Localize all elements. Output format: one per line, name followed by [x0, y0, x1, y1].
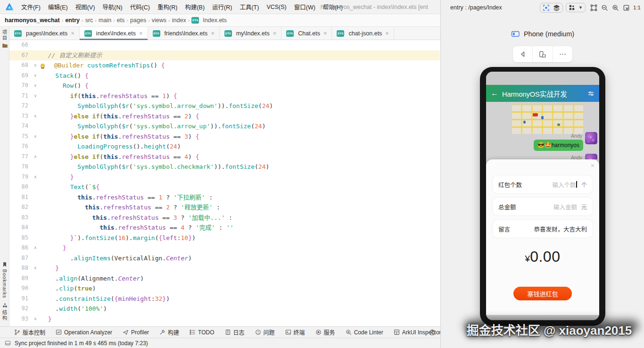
tab-close-icon[interactable]: ×	[211, 30, 215, 37]
code-line-85[interactable]: 85 }`).fontSize(16).margin({left:10})	[9, 233, 440, 243]
code-line-91[interactable]: 91 .constraintSize({minHeight:32})	[9, 294, 440, 304]
code-line-78[interactable]: 78 SymbolGlyph($r('sys.symbol.checkmark'…	[9, 162, 440, 172]
stuff-money-button[interactable]: 塞钱进红包	[513, 287, 572, 300]
menu-w[interactable]: 窗口(W)	[291, 1, 319, 13]
chat-filter-icon[interactable]	[587, 90, 594, 97]
fit-to-window-icon[interactable]	[623, 4, 630, 11]
code-line-90[interactable]: 90 .clip(true)	[9, 283, 440, 294]
selection-frame-icon[interactable]	[590, 4, 597, 11]
code-line-86[interactable]: 86∧ }	[9, 243, 440, 253]
tab-close-icon[interactable]: ×	[385, 30, 389, 37]
stripe-button-structure[interactable]: 结构	[0, 303, 9, 321]
fold-marker-icon[interactable]: ∧	[30, 132, 41, 142]
zoom-out-icon[interactable]	[601, 4, 608, 11]
code-line-68[interactable]: 68∨ @Builder customRefreshTips() {	[9, 60, 440, 71]
toolwindow-chart[interactable]: Operation Analyzer	[56, 329, 112, 336]
menu-r[interactable]: 运行(R)	[209, 1, 235, 13]
code-line-80[interactable]: 80 Text(`${	[9, 182, 440, 192]
code-line-81[interactable]: 81 this.refreshStatus == 1 ? '下拉刷新' :	[9, 192, 440, 203]
code-line-70[interactable]: 70∨ Row() {	[9, 81, 440, 91]
menu-b[interactable]: 构建(B)	[182, 1, 208, 13]
fold-marker-icon[interactable]: ∨	[30, 81, 41, 91]
tab-chat-json-ets[interactable]: ETSchat-json.ets×	[332, 27, 394, 40]
code-line-89[interactable]: 89 .align(Alignment.Center)	[9, 273, 440, 284]
code-line-82[interactable]: 82 this.refreshStatus == 2 ? '释放更新' :	[9, 202, 440, 213]
breadcrumb-file[interactable]: Index.ets	[203, 17, 227, 24]
tab-close-icon[interactable]: ×	[71, 30, 74, 37]
menu-e[interactable]: 编辑(E)	[45, 1, 71, 13]
device-label-row[interactable]: Phone (medium)	[441, 30, 644, 38]
toolwindow-build[interactable]: 构建	[159, 328, 179, 336]
code-line-93[interactable]: 93∧ }	[9, 314, 440, 324]
fold-marker-icon[interactable]: ∨	[30, 71, 41, 81]
breadcrumb-item[interactable]: views	[152, 17, 166, 24]
menu-n[interactable]: 导航(N)	[99, 1, 125, 13]
chevron-down-icon[interactable]: ▼	[578, 5, 583, 10]
toolwindow-todo[interactable]: TODO	[190, 329, 214, 336]
breadcrumb-item[interactable]: entry	[65, 17, 80, 24]
form-row-总金额[interactable]: 总金额输入金额元	[493, 198, 593, 215]
stripe-button-bookmarks[interactable]: Bookmarks	[0, 262, 9, 298]
tab-close-icon[interactable]: ×	[323, 30, 327, 37]
notifications-icon[interactable]	[429, 329, 436, 336]
tab-my-index-ets[interactable]: ETSmy\Index.ets×	[220, 27, 281, 40]
menu-r[interactable]: 重构(R)	[154, 1, 181, 13]
breadcrumb-item[interactable]: harmonyos_wechat	[5, 17, 60, 24]
fold-marker-icon[interactable]: ∧	[30, 263, 41, 273]
chat-back-icon[interactable]: ←	[491, 89, 498, 98]
code-line-92[interactable]: 92 .width('100%')	[9, 304, 440, 314]
fold-marker-icon[interactable]: ∧	[30, 172, 41, 182]
tab-friends-index-ets[interactable]: ETSfriends\Index.ets×	[148, 27, 220, 40]
code-editor[interactable]: 6667 // 自定义刷新提示68∨ @Builder customRefres…	[9, 40, 440, 326]
code-line-66[interactable]: 66	[9, 40, 440, 50]
menu-vcss[interactable]: VCS(S)	[263, 2, 289, 12]
toolwindow-linter[interactable]: Code Linter	[346, 329, 383, 336]
code-line-75[interactable]: 75∧ }else if(this.refreshStatus == 3) {	[9, 132, 440, 142]
breadcrumb-item[interactable]: main	[99, 17, 111, 24]
menu-v[interactable]: 视图(V)	[72, 1, 99, 13]
toolwindow-vcs[interactable]: 版本控制	[14, 328, 45, 336]
code-line-79[interactable]: 79∧ }	[9, 172, 440, 182]
breadcrumb-item[interactable]: pages	[130, 17, 146, 24]
toolwindow-profiler[interactable]: Profiler	[123, 329, 149, 336]
breadcrumb-item[interactable]: ets	[117, 17, 125, 24]
form-row-留言[interactable]: 留言恭喜发财，大吉大利	[493, 220, 593, 238]
fold-marker-icon[interactable]: ∧	[30, 111, 41, 122]
code-line-69[interactable]: 69∨ Stack() {	[9, 71, 440, 81]
toolwindow-log[interactable]: 日志	[225, 328, 245, 336]
layout-toggle-icon[interactable]	[5, 340, 11, 346]
tab-chat-ets[interactable]: ETSChat.ets×	[281, 27, 332, 40]
tab-pages-index-ets[interactable]: ETSpages\Index.ets×	[9, 27, 80, 40]
breadcrumb-item[interactable]: index	[172, 17, 186, 24]
intention-bulb-icon[interactable]	[41, 64, 45, 68]
fold-marker-icon[interactable]: ∧	[30, 243, 41, 253]
map-message-image[interactable]	[512, 105, 584, 134]
code-line-87[interactable]: 87 .alignItems(VerticalAlign.Center)	[9, 253, 440, 264]
components-grid-icon[interactable]	[569, 4, 575, 11]
tab-close-icon[interactable]: ×	[139, 30, 143, 37]
code-line-76[interactable]: 76 LoadingProgress().height(24)	[9, 141, 440, 152]
toolwindow-services[interactable]: 服务	[315, 328, 335, 336]
code-line-88[interactable]: 88∧ }	[9, 263, 440, 273]
menu-f[interactable]: 文件(F)	[18, 1, 44, 13]
avatar[interactable]	[585, 154, 597, 159]
sheet-close-icon[interactable]: ×	[591, 162, 594, 169]
layers-icon[interactable]	[553, 4, 560, 11]
code-line-74[interactable]: 74 SymbolGlyph($r('sys.symbol.arrow_up')…	[9, 121, 440, 132]
form-row-红包个数[interactable]: 红包个数输入个数个	[493, 175, 593, 193]
stripe-button-project[interactable]: 项目	[0, 30, 9, 49]
back-button[interactable]	[513, 46, 533, 62]
inspect-icon[interactable]	[543, 4, 550, 11]
code-line-73[interactable]: 73∧ }else if(this.refreshStatus == 2) {	[9, 111, 440, 122]
menu-t[interactable]: 工具(T)	[236, 1, 262, 13]
message-bubble[interactable]: 😎🤩harmonyos	[534, 140, 583, 151]
code-line-72[interactable]: 72 SymbolGlyph($r('sys.symbol.arrow_down…	[9, 101, 440, 111]
code-line-77[interactable]: 77∧ }else if(this.refreshStatus == 4) {	[9, 152, 440, 162]
code-line-67[interactable]: 67 // 自定义刷新提示	[9, 50, 440, 61]
fold-marker-icon[interactable]: ∨	[30, 91, 41, 101]
zoom-in-icon[interactable]	[612, 4, 619, 11]
menu-c[interactable]: 代码(C)	[127, 1, 153, 13]
tab-close-icon[interactable]: ×	[273, 30, 277, 37]
toolwindow-terminal[interactable]: 终端	[285, 328, 305, 336]
avatar[interactable]	[585, 132, 597, 144]
